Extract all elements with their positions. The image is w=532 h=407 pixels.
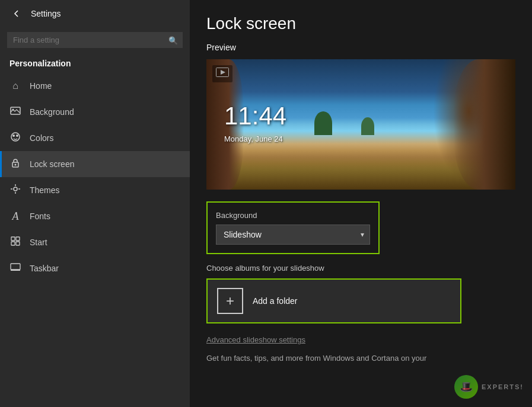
preview-label: Preview: [206, 43, 515, 52]
background-label: Background: [216, 211, 370, 220]
sidebar-section-label: Personalization: [0, 53, 190, 73]
sidebar-header: Settings: [0, 0, 190, 27]
sidebar-item-label: Home: [30, 81, 52, 91]
sidebar-item-label: Colors: [30, 133, 53, 143]
sidebar-item-label: Background: [30, 107, 74, 117]
sidebar-item-label: Start: [30, 238, 47, 247]
preview-island1: [314, 111, 332, 135]
preview-play-icon: [212, 65, 232, 82]
main-content: Lock screen Preview 11:44 Monday, June 2…: [190, 0, 532, 407]
sidebar-item-label: Fonts: [30, 211, 50, 221]
search-input[interactable]: [7, 32, 183, 48]
sidebar-item-lock-screen[interactable]: Lock screen: [0, 151, 190, 177]
add-folder-label: Add a folder: [253, 296, 298, 306]
svg-rect-13: [16, 237, 20, 241]
svg-rect-16: [11, 264, 20, 270]
preview-rock-right: [454, 59, 515, 190]
svg-point-1: [12, 109, 14, 111]
taskbar-icon: [9, 263, 21, 274]
background-dropdown[interactable]: Windows spotlight Picture Slideshow: [216, 225, 370, 245]
home-icon: ⌂: [9, 81, 21, 91]
watermark: 🎩 EXPERTS!: [454, 375, 524, 399]
svg-rect-15: [16, 242, 20, 245]
sidebar-item-label: Themes: [30, 185, 60, 195]
sidebar-item-background[interactable]: Background: [0, 99, 190, 125]
search-box[interactable]: 🔍: [7, 32, 183, 48]
bottom-info-text: Get fun facts, tips, and more from Windo…: [206, 352, 515, 364]
advanced-slideshow-link[interactable]: Advanced slideshow settings: [206, 335, 515, 344]
back-button[interactable]: [9, 7, 24, 21]
sidebar: Settings 🔍 Personalization ⌂ Home Backgr…: [0, 0, 190, 407]
sidebar-item-themes[interactable]: Themes: [0, 177, 190, 203]
choose-albums-label: Choose albums for your slideshow: [206, 264, 515, 273]
svg-point-4: [16, 134, 18, 137]
sidebar-item-fonts[interactable]: A Fonts: [0, 203, 190, 229]
page-title: Lock screen: [206, 14, 515, 33]
themes-icon: [9, 184, 21, 197]
preview-date: Monday, June 24: [224, 134, 283, 143]
svg-point-7: [14, 187, 17, 191]
preview-island2: [361, 117, 374, 135]
sidebar-item-label: Taskbar: [30, 264, 59, 273]
svg-rect-14: [11, 242, 15, 245]
search-icon: 🔍: [168, 36, 178, 44]
sidebar-item-taskbar[interactable]: Taskbar: [0, 255, 190, 281]
sidebar-item-start[interactable]: Start: [0, 229, 190, 255]
colors-icon: [9, 132, 21, 145]
lock-icon: [9, 158, 21, 171]
watermark-text: EXPERTS!: [482, 383, 524, 390]
svg-point-6: [15, 164, 17, 166]
preview-container: 11:44 Monday, June 24: [206, 59, 515, 190]
start-icon: [9, 236, 21, 248]
app-title: Settings: [31, 9, 61, 18]
sidebar-item-label: Lock screen: [30, 159, 74, 169]
sidebar-item-colors[interactable]: Colors: [0, 125, 190, 151]
svg-rect-12: [11, 237, 15, 241]
plus-icon: +: [217, 288, 243, 314]
svg-rect-17: [11, 270, 20, 271]
background-dropdown-wrap[interactable]: Windows spotlight Picture Slideshow ▾: [216, 225, 370, 245]
sidebar-item-home[interactable]: ⌂ Home: [0, 73, 190, 99]
background-section: Background Windows spotlight Picture Sli…: [206, 201, 380, 254]
background-icon: [9, 107, 21, 117]
fonts-icon: A: [9, 210, 21, 223]
svg-marker-19: [221, 70, 225, 75]
watermark-logo: 🎩: [454, 375, 478, 399]
preview-background: 11:44 Monday, June 24: [206, 59, 515, 190]
add-folder-button[interactable]: + Add a folder: [206, 278, 461, 323]
svg-point-3: [12, 134, 15, 137]
preview-time: 11:44: [224, 102, 286, 130]
